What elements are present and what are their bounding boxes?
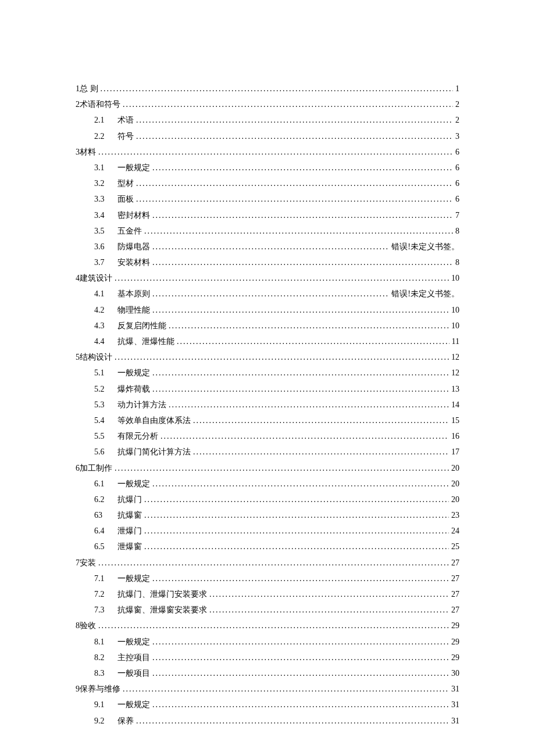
toc-section-number: 4.4 bbox=[94, 334, 117, 349]
toc-section-number: 5.1 bbox=[94, 366, 117, 380]
toc-entry: 8.3一般项目30 bbox=[76, 666, 459, 680]
toc-leader-dots bbox=[144, 539, 449, 554]
toc-entry: 5.5有限元分析16 bbox=[76, 429, 459, 443]
toc-section-number: 7.3 bbox=[94, 603, 117, 617]
toc-section-title: 一般规定 bbox=[117, 635, 150, 649]
toc-leader-dots bbox=[152, 635, 449, 649]
toc-section-number: 3.5 bbox=[94, 224, 117, 238]
toc-chapter-number: 2 bbox=[76, 97, 80, 112]
toc-page-number: 31 bbox=[451, 682, 459, 696]
toc-page-number: 6 bbox=[455, 176, 459, 191]
toc-leader-dots bbox=[152, 160, 453, 175]
toc-chapter-number: 1 bbox=[76, 81, 80, 96]
toc-entry: 4.3反复启闭性能10 bbox=[76, 318, 459, 333]
toc-page-number: 8 bbox=[455, 224, 459, 238]
toc-entry: 6 加工制作20 bbox=[76, 461, 459, 475]
toc-section-number: 3.3 bbox=[94, 192, 117, 206]
toc-section-number: 6.4 bbox=[94, 524, 117, 538]
toc-leader-dots bbox=[144, 224, 453, 238]
toc-section-title: 一般规定 bbox=[117, 476, 150, 491]
toc-entry: 8 验收29 bbox=[76, 618, 459, 633]
toc-section-number: 5.3 bbox=[94, 397, 117, 412]
toc-page-number: 12 bbox=[451, 350, 459, 364]
toc-leader-dots bbox=[144, 508, 449, 522]
toc-section-number: 4.1 bbox=[94, 286, 117, 301]
toc-entry: 63抗爆窗23 bbox=[76, 508, 459, 522]
toc-section-number: 3.6 bbox=[94, 239, 117, 254]
toc-chapter-title: 加工制作 bbox=[80, 461, 112, 475]
toc-entry: 8.2主控项目29 bbox=[76, 650, 459, 665]
toc-leader-dots bbox=[152, 239, 389, 254]
toc-section-title: 安装材料 bbox=[117, 255, 150, 270]
toc-leader-dots bbox=[136, 129, 453, 144]
toc-page-number: 20 bbox=[451, 461, 459, 475]
toc-section-title: 爆炸荷载 bbox=[117, 382, 150, 396]
toc-section-title: 一般规定 bbox=[117, 571, 150, 586]
toc-entry: 3 材料6 bbox=[76, 145, 459, 159]
toc-page-number: 10 bbox=[451, 303, 459, 317]
toc-section-title: 抗爆窗 bbox=[117, 508, 142, 522]
toc-page-number: 29 bbox=[451, 650, 459, 665]
toc-section-title: 抗爆门简化计算方法 bbox=[117, 445, 191, 459]
toc-page-number: 31 bbox=[451, 714, 459, 728]
toc-chapter-title: 安装 bbox=[80, 556, 96, 570]
toc-section-number: 4.3 bbox=[94, 318, 117, 333]
toc-leader-dots bbox=[152, 697, 449, 712]
toc-entry: 5.6抗爆门简化计算方法17 bbox=[76, 445, 459, 459]
toc-section-title: 抗爆门、泄爆门安装要求 bbox=[117, 587, 207, 601]
toc-page-number: 23 bbox=[451, 508, 459, 522]
toc-entry: 4.1基本原则错误!未定义书签。 bbox=[76, 286, 459, 301]
toc-chapter-title: 术语和符号 bbox=[80, 97, 120, 112]
toc-page-number: 8 bbox=[455, 255, 459, 270]
toc-entry: 1 总 则1 bbox=[76, 81, 459, 96]
toc-entry: 7 安装27 bbox=[76, 556, 459, 570]
toc-page-number: 2 bbox=[455, 97, 459, 112]
toc-page-number: 27 bbox=[451, 571, 459, 586]
toc-leader-dots bbox=[152, 286, 389, 301]
toc-section-title: 抗爆窗、泄爆窗安装要求 bbox=[117, 603, 207, 617]
toc-page-number: 错误!未定义书签。 bbox=[391, 286, 459, 301]
toc-leader-dots bbox=[152, 303, 449, 317]
toc-leader-dots bbox=[115, 271, 449, 285]
toc-entry: 3.2型材6 bbox=[76, 176, 459, 191]
toc-page-number: 14 bbox=[451, 397, 459, 412]
toc-section-title: 抗爆、泄爆性能 bbox=[117, 334, 174, 349]
toc-page-number: 17 bbox=[451, 445, 459, 459]
toc-chapter-number: 5 bbox=[76, 350, 80, 364]
toc-leader-dots bbox=[169, 397, 449, 412]
toc-chapter-number: 6 bbox=[76, 461, 80, 475]
toc-chapter-number: 8 bbox=[76, 618, 80, 633]
toc-leader-dots bbox=[209, 587, 449, 601]
toc-entry: 7.2抗爆门、泄爆门安装要求27 bbox=[76, 587, 459, 601]
toc-chapter-number: 7 bbox=[76, 556, 80, 570]
toc-page-number: 30 bbox=[451, 666, 459, 680]
toc-leader-dots bbox=[123, 682, 449, 696]
toc-section-title: 基本原则 bbox=[117, 286, 150, 301]
toc-entry: 7.3抗爆窗、泄爆窗安装要求27 bbox=[76, 603, 459, 617]
toc-entry: 9.2保养31 bbox=[76, 714, 459, 728]
toc-section-number: 2.2 bbox=[94, 129, 117, 144]
toc-page-number: 2 bbox=[455, 113, 459, 127]
toc-page-number: 25 bbox=[451, 539, 459, 554]
toc-section-number: 5.6 bbox=[94, 445, 117, 459]
toc-section-number: 6.2 bbox=[94, 492, 117, 507]
toc-section-title: 一般规定 bbox=[117, 366, 150, 380]
toc-section-number: 7.2 bbox=[94, 587, 117, 601]
toc-chapter-title: 验收 bbox=[80, 618, 96, 633]
toc-page-number: 27 bbox=[451, 603, 459, 617]
toc-leader-dots bbox=[209, 603, 449, 617]
toc-leader-dots bbox=[136, 113, 453, 127]
toc-section-number: 5.2 bbox=[94, 382, 117, 396]
toc-entry: 3.1一般规定6 bbox=[76, 160, 459, 175]
toc-leader-dots bbox=[136, 176, 453, 191]
toc-leader-dots bbox=[169, 318, 449, 333]
toc-leader-dots bbox=[177, 334, 450, 349]
toc-entry: 6.1一般规定20 bbox=[76, 476, 459, 491]
toc-page-number: 31 bbox=[451, 697, 459, 712]
toc-page-number: 24 bbox=[451, 524, 459, 538]
toc-leader-dots bbox=[193, 445, 449, 459]
toc-page-number: 错误!未定义书签。 bbox=[391, 239, 459, 254]
toc-chapter-number: 3 bbox=[76, 145, 80, 159]
toc-entry: 2.2符号3 bbox=[76, 129, 459, 144]
toc-entry: 5.1一般规定12 bbox=[76, 366, 459, 380]
